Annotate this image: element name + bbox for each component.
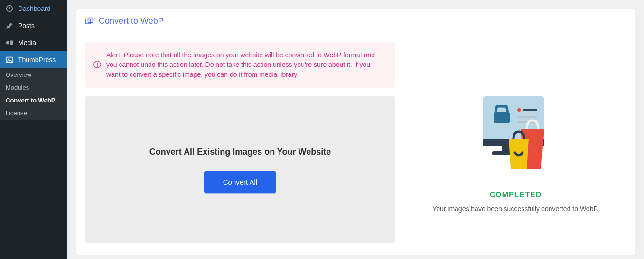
svg-point-13 (517, 108, 521, 112)
page-title: Convert to WebP (99, 16, 164, 26)
page-body: Alert! Please note that all the images o… (76, 33, 635, 255)
convert-heading: Convert All Existing Images on Your Webs… (149, 147, 331, 157)
info-icon (93, 60, 102, 69)
convert-icon (84, 17, 94, 26)
sidebar-item-label: Dashboard (18, 5, 51, 12)
svg-point-0 (6, 41, 9, 44)
svg-rect-14 (523, 109, 537, 111)
main-content: Convert to WebP Alert! Please note that … (67, 0, 644, 259)
svg-rect-12 (494, 112, 510, 123)
alert-box: Alert! Please note that all the images o… (85, 42, 395, 88)
sidebar-subitem-overview[interactable]: Overview (0, 68, 67, 81)
thumbpress-icon (5, 55, 14, 65)
convert-all-button[interactable]: Convert All (204, 171, 277, 193)
alert-text: Alert! Please note that all the images o… (106, 50, 385, 79)
sidebar-item-thumbpress[interactable]: ThumbPress (0, 51, 67, 68)
left-column: Alert! Please note that all the images o… (85, 42, 395, 243)
completed-illustration (476, 91, 556, 181)
media-icon (5, 38, 14, 47)
svg-rect-15 (518, 116, 537, 118)
status-text: Your images have been successfully conve… (432, 205, 599, 213)
pin-icon (5, 21, 14, 30)
status-title: COMPLETED (490, 191, 541, 199)
sidebar-item-label: Posts (18, 22, 35, 29)
convert-panel: Convert All Existing Images on Your Webs… (85, 96, 395, 243)
sidebar-item-label: ThumbPress (18, 56, 56, 64)
sidebar-item-posts[interactable]: Posts (0, 17, 67, 34)
sidebar-item-media[interactable]: Media (0, 34, 67, 51)
page-header: Convert to WebP (76, 9, 635, 33)
svg-point-7 (97, 66, 97, 66)
dashboard-icon (5, 4, 14, 13)
sidebar-subitem-license[interactable]: License (0, 107, 67, 120)
sidebar-subitem-convert[interactable]: Convert to WebP (0, 94, 67, 107)
sidebar-item-dashboard[interactable]: Dashboard (0, 0, 67, 17)
admin-sidebar: Dashboard Posts Media ThumbPress Overvie… (0, 0, 67, 259)
sidebar-item-label: Media (18, 39, 36, 46)
sidebar-subitem-modules[interactable]: Modules (0, 81, 67, 94)
right-column: COMPLETED Your images have been successf… (405, 42, 626, 243)
